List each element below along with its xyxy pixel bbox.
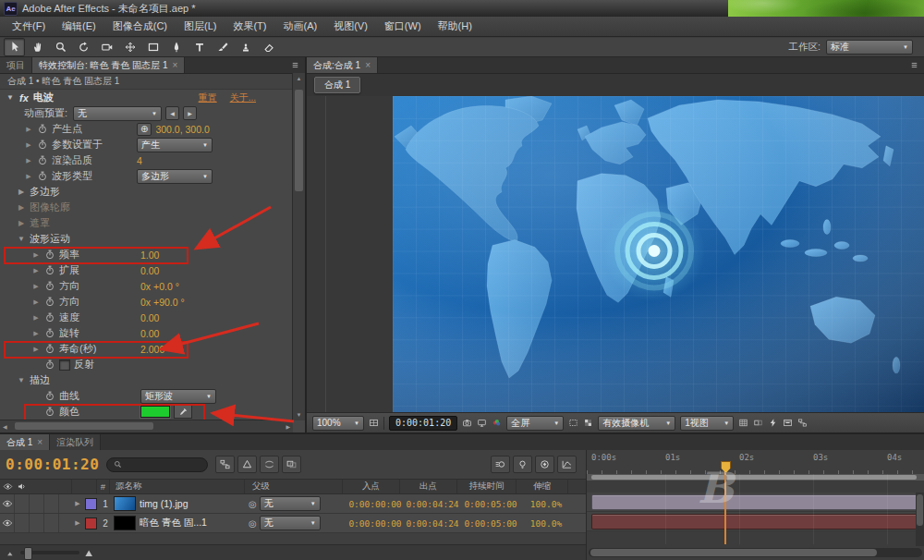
menu-item-6[interactable]: 视图(V) <box>325 17 376 36</box>
parent-select[interactable]: 无▼ <box>260 496 321 511</box>
effect-value[interactable]: 0.00 <box>140 265 159 276</box>
scrollbar-thumb[interactable] <box>590 549 877 556</box>
layer-expander-icon[interactable]: ▶ <box>72 500 83 507</box>
effect-value[interactable]: 300.0, 300.0 <box>155 124 209 135</box>
layer-name[interactable]: timg (1).jpg <box>140 498 249 509</box>
chevron-down-icon[interactable]: ▼ <box>17 235 26 243</box>
column-out[interactable]: 出点 <box>400 480 457 493</box>
stopwatch-icon[interactable] <box>37 154 48 166</box>
parent-select[interactable]: 无▼ <box>260 516 321 530</box>
auto-keyframe-icon[interactable] <box>535 456 554 473</box>
effect-option-select[interactable]: 多边形▼ <box>137 169 213 184</box>
column-index[interactable]: # <box>97 480 110 493</box>
stopwatch-icon[interactable] <box>44 406 55 418</box>
expand-icon[interactable]: ▶ <box>31 283 41 290</box>
next-preset-icon[interactable]: ▶ <box>183 106 197 120</box>
switch-cell[interactable] <box>30 494 44 513</box>
scroll-down-icon[interactable]: ▼ <box>293 412 305 418</box>
menu-item-5[interactable]: 动画(A) <box>275 17 326 36</box>
channels-icon[interactable] <box>492 418 502 428</box>
switch-cell[interactable] <box>44 494 59 513</box>
fast-preview-icon[interactable] <box>768 418 778 428</box>
timeline-tab-1[interactable]: 渲染队列 <box>50 434 101 450</box>
layer-in[interactable]: 0:00:00:00 <box>346 499 404 509</box>
timeline-tab-0[interactable]: 合成 1× <box>0 434 50 450</box>
effect-option-select[interactable]: 矩形波▼ <box>140 389 216 404</box>
expand-icon[interactable]: ▶ <box>31 298 41 306</box>
layer-stretch[interactable]: 100.0% <box>520 499 572 509</box>
stopwatch-icon[interactable] <box>44 280 55 292</box>
reflection-checkbox[interactable] <box>59 359 70 371</box>
graph-editor-icon[interactable] <box>557 456 577 473</box>
layer-row-1[interactable]: ▶1timg (1).jpg◎无▼0:00:00:000:00:04:240:0… <box>0 494 586 514</box>
layer-label-color[interactable] <box>85 517 97 530</box>
text-tool[interactable] <box>188 38 210 56</box>
effect-option-select[interactable]: 产生▼ <box>137 138 213 152</box>
stopwatch-icon[interactable] <box>44 327 55 339</box>
scroll-left-icon[interactable]: ◀ <box>3 423 7 430</box>
magnification-select[interactable]: 100% ▼ <box>312 416 364 431</box>
timeline-zoom-slider[interactable] <box>20 551 79 554</box>
brush-tool[interactable] <box>212 38 233 56</box>
motion-blur-icon[interactable] <box>491 456 510 473</box>
expand-icon[interactable]: ▶ <box>24 157 33 164</box>
stopwatch-icon[interactable] <box>44 296 55 308</box>
camera-tool[interactable] <box>96 38 117 56</box>
pan-behind-tool[interactable] <box>119 38 140 56</box>
frame-blend-icon[interactable] <box>282 456 301 473</box>
chevron-right-icon[interactable]: ▶ <box>17 188 26 196</box>
effect-value[interactable]: 1.00 <box>140 250 159 261</box>
comp-flow-icon[interactable] <box>797 418 808 428</box>
pen-tool[interactable] <box>165 38 187 56</box>
about-link[interactable]: 关于... <box>230 91 256 104</box>
snapshot-icon[interactable] <box>462 418 472 428</box>
layer-duration-bar[interactable] <box>591 494 924 510</box>
point-picker-icon[interactable]: ⊕ <box>137 123 152 136</box>
previous-preset-icon[interactable]: ◀ <box>165 106 179 120</box>
scrollbar-thumb[interactable] <box>295 90 303 191</box>
scroll-up-icon[interactable]: ▲ <box>293 76 305 81</box>
stopwatch-icon[interactable] <box>44 249 55 261</box>
layer-out[interactable]: 0:00:04:24 <box>404 499 461 509</box>
switch-cell[interactable] <box>15 514 30 532</box>
column-in[interactable]: 入点 <box>343 480 400 493</box>
close-icon[interactable]: × <box>365 61 371 70</box>
close-icon[interactable]: × <box>37 438 43 447</box>
stopwatch-icon[interactable] <box>44 264 55 276</box>
mask-tool[interactable] <box>142 38 164 56</box>
scrollbar-thumb[interactable] <box>15 422 153 430</box>
safe-area-icon[interactable] <box>369 418 379 428</box>
expand-icon[interactable]: ▶ <box>24 126 33 133</box>
layer-duration[interactable]: 0:00:05:00 <box>461 518 520 529</box>
column-stretch[interactable]: 伸缩 <box>517 480 568 493</box>
tab-composition[interactable]: 合成:合成 1 × <box>307 57 378 73</box>
rotate-tool[interactable] <box>73 38 94 56</box>
chevron-down-icon[interactable]: ▼ <box>6 93 15 102</box>
chevron-right-icon[interactable]: ▶ <box>17 219 26 227</box>
panel-menu-icon[interactable] <box>285 57 305 73</box>
layer-expander-icon[interactable]: ▶ <box>72 519 83 527</box>
chevron-down-icon[interactable]: ▼ <box>17 376 26 384</box>
layer-row-2[interactable]: ▶2暗色 青色 固...1◎无▼0:00:00:000:00:04:240:00… <box>0 514 586 533</box>
timeline-vertical-scrollbar[interactable] <box>916 493 924 546</box>
layer-duration-bar[interactable] <box>591 514 924 530</box>
effect-value[interactable]: 0x +90.0 ° <box>140 297 185 308</box>
menu-item-7[interactable]: 窗口(W) <box>376 17 430 36</box>
menu-item-3[interactable]: 图层(L) <box>176 17 225 36</box>
selection-tool[interactable] <box>4 38 25 56</box>
expand-icon[interactable]: ▶ <box>24 173 33 180</box>
pixel-aspect-icon[interactable] <box>753 418 763 428</box>
resolution-select[interactable]: 全屏 ▼ <box>506 416 564 431</box>
effect-value[interactable]: 0.00 <box>140 312 159 323</box>
current-timecode[interactable]: 0:00:01:20 <box>6 456 99 473</box>
show-snapshot-icon[interactable] <box>477 418 487 428</box>
camera-select[interactable]: 有效摄像机 ▼ <box>598 416 675 431</box>
eye-icon[interactable] <box>0 494 15 513</box>
stopwatch-icon[interactable] <box>37 139 48 151</box>
expand-icon[interactable]: ▶ <box>24 141 33 149</box>
layer-duration[interactable]: 0:00:05:00 <box>461 499 520 509</box>
expand-icon[interactable]: ▶ <box>31 314 41 322</box>
close-icon[interactable]: × <box>172 61 177 70</box>
viewer-timecode[interactable]: 0:00:01:20 <box>389 416 457 431</box>
search-input[interactable] <box>127 459 201 470</box>
